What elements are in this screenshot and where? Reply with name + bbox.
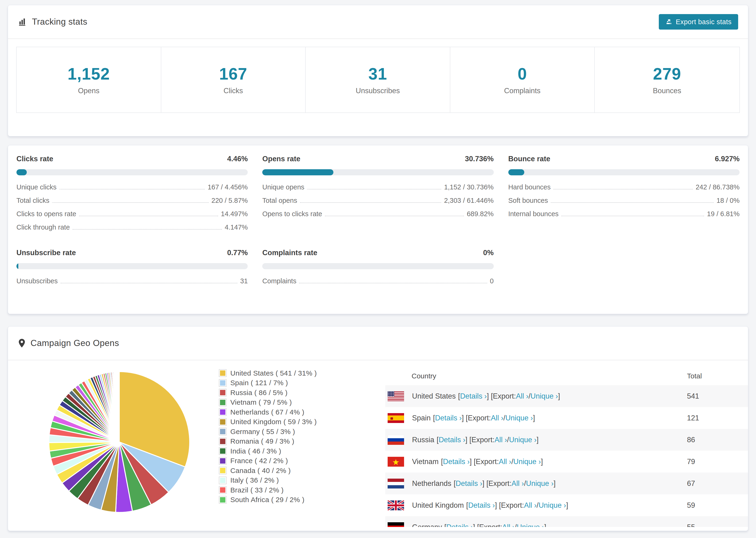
- export-all-link[interactable]: All ›: [502, 523, 514, 527]
- rate-block-opens-rate: Opens rate30.736%Unique opens1,152 / 30.…: [262, 155, 494, 237]
- legend-color-swatch: [219, 497, 226, 503]
- summary-cell-unsubscribes: 31Unsubscribes: [306, 47, 450, 112]
- summary-value: 0: [518, 65, 527, 83]
- details-link[interactable]: Details ›: [435, 414, 462, 422]
- bracket-text: /: [512, 457, 513, 466]
- table-row-russia: Russia[Details ›] [Export: All › / Uniqu…: [385, 429, 748, 451]
- rate-row-opens-to-clicks-rate: Opens to clicks rate689.82%: [262, 210, 494, 224]
- rate-title: Complaints rate: [262, 248, 317, 257]
- rate-block-bounce-rate: Bounce rate6.927%Hard bounces242 / 86.73…: [508, 155, 739, 237]
- total-cell: 79: [687, 457, 748, 466]
- export-unique-link[interactable]: Unique ›: [509, 436, 536, 444]
- details-link[interactable]: Details ›: [439, 436, 465, 444]
- bracket-text: /: [507, 436, 509, 444]
- legend-item-spain: Spain ( 121 / 7% ): [219, 378, 317, 388]
- column-header-total: Total: [687, 372, 748, 380]
- table-row-netherlands: Netherlands[Details ›] [Export: All › / …: [385, 472, 748, 494]
- legend-label: Brazil ( 33 / 2% ): [230, 486, 284, 494]
- bracket-text: ]: [554, 479, 556, 488]
- export-basic-stats-button[interactable]: Export basic stats: [659, 14, 738, 29]
- country-cell: United Kingdom[Details ›] [Export: All ›…: [385, 501, 687, 510]
- export-unique-link[interactable]: Unique ›: [517, 523, 544, 527]
- rate-progress-fill: [262, 169, 333, 175]
- summary-label: Unsubscribes: [356, 86, 400, 95]
- geo-header: Campaign Geo Opens: [8, 327, 748, 360]
- legend-color-swatch: [219, 380, 226, 386]
- country-name: Netherlands: [412, 479, 451, 488]
- rate-row-internal-bounces: Internal bounces19 / 6.81%: [508, 210, 739, 224]
- summary-label: Clicks: [224, 86, 243, 95]
- bracket-text: ] [Export:: [462, 414, 491, 422]
- rate-row-value: 18 / 0%: [717, 197, 739, 204]
- rate-row-value: 242 / 86.738%: [696, 183, 739, 191]
- summary-value: 167: [219, 65, 247, 83]
- table-row-united-kingdom: United Kingdom[Details ›] [Export: All ›…: [385, 494, 748, 516]
- rate-row-label: Total clicks: [17, 197, 49, 204]
- summary-cell-bounces: 279Bounces: [595, 47, 739, 112]
- details-link[interactable]: Details ›: [446, 523, 473, 527]
- legend-color-swatch: [219, 448, 226, 455]
- rate-row-label: Complaints: [262, 277, 296, 285]
- legend-color-swatch: [219, 487, 226, 493]
- export-unique-link[interactable]: Unique ›: [506, 414, 533, 422]
- details-link[interactable]: Details ›: [443, 457, 470, 466]
- country-name: Russia: [412, 436, 434, 444]
- export-all-link[interactable]: All ›: [516, 392, 528, 401]
- export-all-link[interactable]: All ›: [495, 436, 507, 444]
- export-unique-link[interactable]: Unique ›: [513, 457, 541, 466]
- export-unique-link[interactable]: Unique ›: [531, 392, 558, 401]
- pie-legend: United States ( 541 / 31% )Spain ( 121 /…: [219, 368, 317, 505]
- export-all-link[interactable]: All ›: [499, 457, 512, 466]
- bracket-text: ] [Export:: [495, 501, 524, 510]
- gb-flag-icon: [388, 501, 404, 510]
- rate-row-label: Unique clicks: [17, 183, 57, 191]
- bracket-text: ]: [566, 501, 568, 510]
- export-all-link[interactable]: All ›: [524, 501, 536, 510]
- export-all-link[interactable]: All ›: [491, 414, 503, 422]
- legend-label: United States ( 541 / 31% ): [230, 369, 317, 377]
- geo-title-label: Campaign Geo Opens: [30, 338, 119, 348]
- bracket-text: [: [437, 436, 439, 444]
- legend-item-romania: Romania ( 49 / 3% ): [219, 437, 317, 447]
- rate-row-value: 0: [490, 277, 494, 285]
- pie-slice-other-55: [119, 372, 119, 442]
- tracking-stats-page: Tracking stats Export basic stats 1,152O…: [0, 0, 756, 538]
- rate-value: 4.46%: [227, 155, 248, 163]
- bracket-text: ] [Export:: [482, 479, 512, 488]
- summary-cell-clicks: 167Clicks: [161, 47, 306, 112]
- details-link[interactable]: Details ›: [460, 392, 487, 401]
- geo-body: United States ( 541 / 31% )Spain ( 121 /…: [8, 360, 748, 536]
- legend-item-netherlands: Netherlands ( 67 / 4% ): [219, 407, 317, 417]
- bracket-text: ]: [536, 436, 539, 444]
- legend-label: United Kingdom ( 59 / 3% ): [230, 418, 317, 426]
- legend-color-swatch: [219, 438, 226, 445]
- rate-row-value: 689.82%: [467, 210, 494, 218]
- rate-row-value: 1,152 / 30.736%: [444, 183, 494, 191]
- summary-label: Bounces: [653, 86, 681, 95]
- rate-value: 6.927%: [715, 155, 739, 163]
- country-cell: Germany[Details ›] [Export: All › / Uniq…: [385, 522, 687, 527]
- details-link[interactable]: Details ›: [456, 479, 482, 488]
- details-link[interactable]: Details ›: [468, 501, 495, 510]
- legend-item-russia: Russia ( 86 / 5% ): [219, 388, 317, 398]
- legend-label: Italy ( 36 / 2% ): [230, 476, 279, 484]
- country-name: Vietnam: [412, 457, 439, 466]
- export-unique-link[interactable]: Unique ›: [539, 501, 566, 510]
- column-header-country: Country: [385, 372, 687, 380]
- summary-stats-row: 1,152Opens167Clicks31Unsubscribes0Compla…: [16, 47, 740, 113]
- rate-row-value: 14.497%: [221, 210, 248, 218]
- rate-progress-fill: [17, 169, 27, 175]
- summary-cell-opens: 1,152Opens: [17, 47, 161, 112]
- bracket-text: /: [514, 523, 517, 527]
- table-row-spain: Spain[Details ›] [Export: All › / Unique…: [385, 407, 748, 429]
- rate-title: Opens rate: [262, 155, 300, 163]
- campaign-geo-opens-card: Campaign Geo Opens United States ( 541 /…: [8, 326, 748, 531]
- rate-row-hard-bounces: Hard bounces242 / 86.738%: [508, 183, 739, 197]
- summary-value: 1,152: [68, 65, 110, 83]
- dotted-leader: [79, 216, 218, 216]
- rate-value: 0%: [483, 248, 494, 257]
- export-unique-link[interactable]: Unique ›: [526, 479, 554, 488]
- country-cell: Russia[Details ›] [Export: All › / Uniqu…: [385, 435, 687, 445]
- map-pin-icon: [18, 339, 26, 348]
- export-all-link[interactable]: All ›: [512, 479, 524, 488]
